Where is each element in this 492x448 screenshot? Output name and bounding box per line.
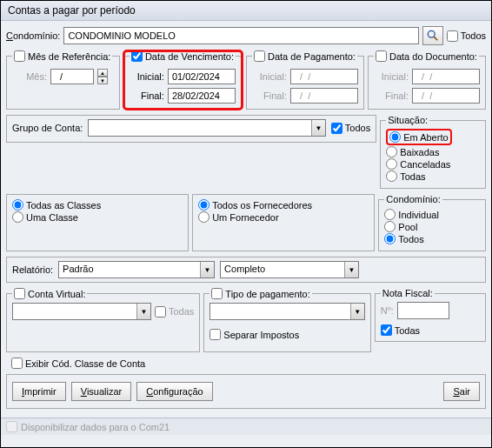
search-button[interactable]: [422, 26, 443, 45]
situacao-canceladas[interactable]: Canceladas: [386, 158, 480, 170]
situacao-em-aberto[interactable]: Em Aberto: [389, 131, 448, 143]
cond-pool-radio[interactable]: Pool: [384, 221, 480, 232]
tipo-pagamento-group: Tipo de pagamento: ▼ Separar Impostos: [203, 288, 370, 352]
tipo-pagamento-combo[interactable]: ▼: [209, 303, 364, 320]
visualizar-button[interactable]: VisualizarVisualizar: [71, 382, 132, 401]
nota-num-input[interactable]: [397, 302, 449, 319]
mes-label: Mês:: [12, 71, 47, 82]
datavenc-final-input[interactable]: [168, 88, 236, 104]
chevron-down-icon[interactable]: ▼: [200, 262, 214, 277]
todas-classes-radio[interactable]: Todas as Classes: [12, 199, 183, 211]
condominio2-group: Condomínio: Individual Pool Todos: [378, 194, 486, 251]
cond-todos-radio[interactable]: Todos: [384, 233, 480, 244]
mes-referencia-group: Mês de Referência: Mês: ▲▼: [6, 50, 120, 110]
datavenc-inicial-input[interactable]: [168, 69, 236, 84]
um-fornecedor-radio[interactable]: Um Fornecedor: [198, 211, 369, 223]
chevron-down-icon[interactable]: ▼: [311, 120, 325, 136]
conta-virtual-combo[interactable]: ▼: [12, 303, 151, 320]
conta-virtual-group: Conta Virtual: ▼ Todas: [6, 288, 200, 352]
search-icon: [427, 30, 439, 42]
grupo-conta-label: Grupo de Conta:: [12, 123, 83, 133]
footer-text: Disponibilizar dados para o Com21: [21, 422, 170, 432]
configuracao-button[interactable]: ConfiguraçãoConfiguração: [136, 382, 212, 401]
chevron-down-icon[interactable]: ▼: [344, 262, 358, 277]
grupo-conta-combo[interactable]: ▼: [88, 119, 326, 137]
datadoc-final-input[interactable]: [412, 88, 480, 104]
fornecedores-group: Todos os Fornecedores Um Fornecedor: [192, 194, 375, 251]
classes-group: Todas as Classes Uma Classe: [6, 194, 189, 251]
data-documento-check[interactable]: Data do Documento:: [376, 50, 477, 62]
svg-line-1: [434, 37, 437, 40]
uma-classe-radio[interactable]: Uma Classe: [12, 211, 183, 223]
conta-virtual-check[interactable]: Conta Virtual:: [14, 288, 85, 299]
relatorio-label: Relatório:: [12, 264, 53, 275]
condominio-input[interactable]: [63, 27, 418, 44]
data-vencimento-group: Data de Vencimento: Inicial: Final:: [123, 50, 243, 110]
grupo-conta-todos-check[interactable]: Todos: [331, 123, 370, 134]
todos-fornecedores-radio[interactable]: Todos os Fornecedores: [198, 199, 369, 211]
data-pagamento-group: Data de Pagamento: Inicial: Final:: [246, 50, 364, 110]
situacao-todas[interactable]: Todas: [386, 171, 480, 182]
cond-individual-radio[interactable]: Individual: [384, 209, 480, 220]
data-pagamento-check[interactable]: Data de Pagamento:: [254, 50, 356, 62]
separar-impostos-check[interactable]: Separar Impostos: [209, 329, 364, 340]
relatorio-combo[interactable]: Padrão▼: [58, 261, 215, 278]
chevron-down-icon[interactable]: ▼: [350, 304, 364, 319]
mes-spinner[interactable]: ▲▼: [97, 69, 108, 84]
completo-combo[interactable]: Completo▼: [220, 261, 359, 278]
tipo-pagamento-check[interactable]: Tipo de pagamento:: [211, 288, 309, 299]
nota-todas-check[interactable]: Todas: [381, 324, 480, 336]
conta-virtual-todas-check[interactable]: Todas: [155, 306, 194, 318]
data-vencimento-check[interactable]: Data de Vencimento:: [131, 50, 234, 62]
exibir-cod-check[interactable]: Exibir Cód. Classe de Conta: [11, 358, 481, 369]
datapag-inicial-input[interactable]: [290, 69, 358, 84]
condominio-label: CCondomínio:ondomínio:: [6, 30, 60, 41]
situacao-group: Situação: Em Aberto Baixadas Canceladas …: [380, 115, 486, 189]
imprimir-button[interactable]: IImprimirmprimir: [12, 382, 66, 401]
mes-referencia-check[interactable]: Mês de Referência:: [14, 50, 110, 62]
com21-check[interactable]: [6, 421, 17, 432]
mes-input[interactable]: [50, 69, 94, 84]
window-title: Contas a pagar por período: [1, 1, 491, 21]
condominio-todos-check[interactable]: Todos: [447, 30, 486, 42]
data-documento-group: Data do Documento: Inicial: Final:: [368, 50, 486, 110]
chevron-down-icon[interactable]: ▼: [136, 304, 150, 319]
sair-button[interactable]: SairSair: [443, 382, 480, 401]
situacao-baixadas[interactable]: Baixadas: [386, 146, 480, 157]
datadoc-inicial-input[interactable]: [412, 69, 480, 84]
datapag-final-input[interactable]: [290, 88, 358, 104]
svg-point-0: [428, 30, 435, 37]
nota-fiscal-group: Nota Fiscal: Nº: Todas: [375, 288, 486, 342]
